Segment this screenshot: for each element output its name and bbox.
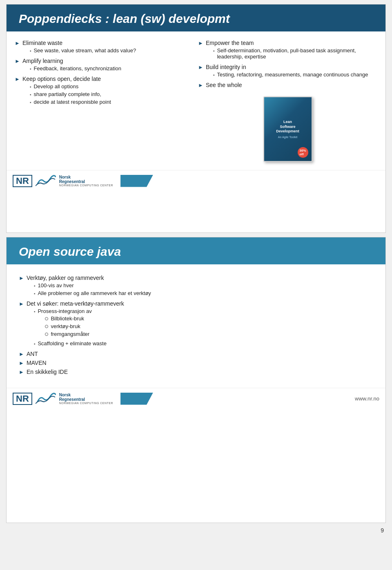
sub-item-text: 100-vis av hver xyxy=(38,282,74,288)
sub-item-text: Feedback, iterations, synchronization xyxy=(33,65,121,72)
logo-area: NR NorskRegnesentral Norwegian Computing… xyxy=(13,174,153,188)
sub-list-item: ▪ Prosess-integrasjon av Bilbliotek-bruk xyxy=(34,308,124,339)
sub-list-item: ▪ Feedback, iterations, synchronization xyxy=(30,65,121,72)
list-item: ► Build integrity in ▪ Testing, refactor… xyxy=(198,64,377,79)
sub-list: ▪ Self-determination, motivation, pull-b… xyxy=(206,47,377,60)
slide1-left-col: ► Eliminate waste ▪ See waste, value str… xyxy=(15,40,194,162)
sub-list-item: ▪ Develop all options xyxy=(30,83,111,89)
slide2-header: Open source java xyxy=(7,237,385,264)
logo-text: NorskRegnesentral Norwegian Computing Ce… xyxy=(59,175,113,187)
list-item: ► En skikkelig IDE xyxy=(19,369,373,375)
item-text: En skikkelig IDE xyxy=(27,369,68,375)
list-item: ► Amplify learning ▪ Feedback, iteration… xyxy=(15,58,194,73)
book-container: LeanSoftwareDevelopment An Agile Toolkit… xyxy=(198,96,377,162)
item-text: Eliminate waste xyxy=(22,40,62,46)
sub-list-item: ▪ 100-vis av hver xyxy=(34,282,151,288)
book-subtitle: An Agile Toolkit xyxy=(278,136,297,139)
sub-list-item: ▪ Scaffolding + eliminate waste xyxy=(34,340,124,346)
square-icon: ▪ xyxy=(30,85,31,89)
logo-subtitle: Norwegian Computing Center xyxy=(59,402,113,405)
list-item: ► See the whole xyxy=(198,82,377,88)
logo-subtitle: Norwegian Computing Center xyxy=(59,184,113,187)
item-text: Empower the team xyxy=(206,40,254,46)
slide-2: Open source java ► Verktøy, pakker og ra… xyxy=(6,237,386,523)
circle-icon xyxy=(45,325,48,328)
logo-wave-icon xyxy=(36,391,56,406)
square-icon: ▪ xyxy=(30,100,31,105)
item-text: Keep options open, decide late xyxy=(22,76,101,82)
sub-item-text: See waste, value stream, what adds value… xyxy=(33,47,136,54)
square-icon: ▪ xyxy=(30,49,31,53)
sub-item-text: share partially complete info, xyxy=(33,91,101,97)
slide1-left-list: ► Eliminate waste ▪ See waste, value str… xyxy=(15,40,194,107)
logo-nr: NR xyxy=(13,175,32,187)
circle-list-item: Bilbliotek-bruk xyxy=(45,315,91,322)
slide1-header: Poppendiecks : lean (sw) developmt xyxy=(7,4,385,31)
sub-item-text: Self-determination, motivation, pull-bas… xyxy=(217,47,377,60)
list-item: ► Keep options open, decide late ▪ Devel… xyxy=(15,76,194,107)
item-text: Build integrity in xyxy=(206,64,246,70)
square-icon: ▪ xyxy=(30,92,31,97)
list-item: ► ANT xyxy=(19,351,373,357)
item-text: Verktøy, pakker og rammeverk xyxy=(27,275,104,281)
arrow-icon: ► xyxy=(198,82,203,88)
arrow-icon: ► xyxy=(19,369,24,375)
sub-item-text: Testing, refactoring, measurements, mana… xyxy=(217,72,368,78)
circle-icon xyxy=(45,333,48,336)
sub-item-text: Alle problemer og alle rammeverk har et … xyxy=(38,290,151,296)
list-item: ► Eliminate waste ▪ See waste, value str… xyxy=(15,40,194,55)
sub-item-text: Develop all options xyxy=(33,83,78,89)
book-title: LeanSoftwareDevelopment xyxy=(276,120,299,134)
sub-list: ▪ 100-vis av hver ▪ Alle problemer og al… xyxy=(27,282,151,296)
page-number: 9 xyxy=(6,527,386,534)
square-icon: ▪ xyxy=(34,342,36,346)
square-icon: ▪ xyxy=(213,73,215,77)
square-icon: ▪ xyxy=(213,49,215,53)
slide2-content: ► Verktøy, pakker og rammeverk ▪ 100-vis… xyxy=(7,264,385,388)
arrow-icon: ► xyxy=(198,64,203,70)
square-icon: ▪ xyxy=(30,67,31,71)
circle-item-text: verktøy-bruk xyxy=(51,323,80,329)
arrow-icon: ► xyxy=(15,76,20,82)
sub-list-item: ▪ Self-determination, motivation, pull-b… xyxy=(213,47,377,60)
footer-divider xyxy=(120,175,153,187)
slide1-footer: NR NorskRegnesentral Norwegian Computing… xyxy=(7,170,385,191)
circle-list-item: fremgangsmåter xyxy=(45,331,91,337)
website-url: www.nr.no xyxy=(355,396,379,402)
sub-list-item: ▪ Alle problemer og alle rammeverk har e… xyxy=(34,290,151,296)
slide1-right-col: ► Empower the team ▪ Self-determination,… xyxy=(198,40,377,162)
item-text: ANT xyxy=(27,351,38,357)
sub-item-text: Scaffolding + eliminate waste xyxy=(38,340,107,346)
arrow-icon: ► xyxy=(19,351,24,357)
circle-item-text: fremgangsmåter xyxy=(51,331,89,337)
circle-item-text: Bilbliotek-bruk xyxy=(51,315,84,322)
sub-list-item: ▪ Testing, refactoring, measurements, ma… xyxy=(213,72,368,78)
logo-name: NorskRegnesentral xyxy=(59,175,113,184)
slide2-main-list: ► Verktøy, pakker og rammeverk ▪ 100-vis… xyxy=(19,275,373,375)
slide1-title: Poppendiecks : lean (sw) developmt xyxy=(19,12,373,26)
arrow-icon: ► xyxy=(19,275,24,281)
book-badge: 30%off xyxy=(298,147,308,158)
slide2-title: Open source java xyxy=(19,245,373,259)
sub-list: ▪ Prosess-integrasjon av Bilbliotek-bruk xyxy=(27,308,124,346)
slide-1: Poppendiecks : lean (sw) developmt ► Eli… xyxy=(6,4,386,233)
sub-list: ▪ Develop all options ▪ share partially … xyxy=(22,83,111,105)
sub-item-text: decide at latest responisble point xyxy=(33,99,111,105)
item-text: Det vi søker: meta-verktøy-rammeverk xyxy=(27,300,124,307)
logo-name: NorskRegnesentral xyxy=(59,393,113,402)
square-icon: ▪ xyxy=(34,284,36,288)
sub-list: ▪ See waste, value stream, what adds val… xyxy=(22,47,136,54)
square-icon: ▪ xyxy=(34,291,36,296)
circle-list: Bilbliotek-bruk verktøy-bruk fremgangsmå… xyxy=(38,315,91,337)
arrow-icon: ► xyxy=(19,301,24,307)
sub-item-text: Prosess-integrasjon av xyxy=(38,308,91,314)
square-icon: ▪ xyxy=(34,309,36,314)
list-item: ► MAVEN xyxy=(19,360,373,366)
sub-list: ▪ Testing, refactoring, measurements, ma… xyxy=(206,72,368,78)
arrow-icon: ► xyxy=(198,40,203,46)
book-image: LeanSoftwareDevelopment An Agile Toolkit… xyxy=(263,96,312,162)
slide2-footer: NR NorskRegnesentral Norwegian Computing… xyxy=(7,388,385,409)
arrow-icon: ► xyxy=(15,58,20,64)
circle-list-item: verktøy-bruk xyxy=(45,323,91,329)
sub-list-item: ▪ decide at latest responisble point xyxy=(30,99,111,105)
